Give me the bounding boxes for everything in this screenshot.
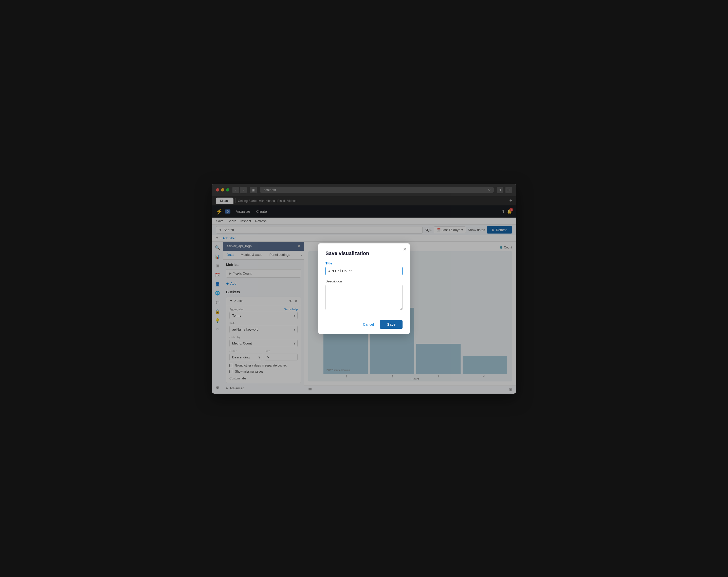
modal-save-button[interactable]: Save (380, 320, 402, 329)
modal-title-input[interactable] (326, 267, 402, 275)
modal-title: Save visualization (326, 250, 402, 256)
modal-body: Save visualization Title Description (318, 243, 410, 317)
modal-footer: Cancel Save (318, 317, 410, 334)
modal-description-label: Description (326, 279, 402, 283)
modal-description-textarea[interactable] (326, 285, 402, 310)
modal-overlay[interactable]: Save visualization Title Description Can… (0, 0, 728, 577)
modal-close-button[interactable]: ✕ (403, 246, 407, 252)
save-visualization-modal: Save visualization Title Description Can… (318, 243, 410, 334)
modal-cancel-button[interactable]: Cancel (360, 321, 377, 329)
modal-title-label: Title (326, 262, 402, 265)
